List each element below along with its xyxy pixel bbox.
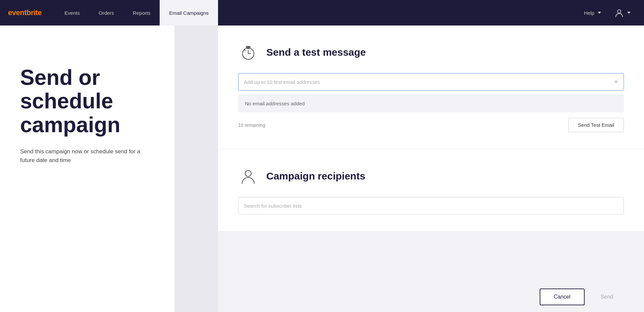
add-email-icon[interactable]: + [614,77,618,86]
right-content: Send a test message + No email addresses… [218,25,644,312]
nav-links: Events Orders Reports Email Campaigns [55,0,579,25]
recipients-icon [238,166,258,186]
remaining-text: 10 remaining [238,122,265,128]
logo[interactable]: eventbrite [8,8,42,17]
test-message-card: Send a test message + No email addresses… [218,25,644,149]
navbar-right: Help [579,5,636,20]
stopwatch-icon [238,42,258,62]
svg-line-4 [244,49,246,51]
cancel-button[interactable]: Cancel [540,289,585,305]
user-chevron-icon [627,12,631,14]
test-message-title: Send a test message [266,47,366,58]
recipients-card: Campaign recipients [218,149,644,231]
bottom-action-bar: Cancel Send [218,282,644,312]
logo-text: eventbrite [8,8,42,17]
left-panel-inner: Send or schedule campaign Send this camp… [20,66,154,164]
nav-orders[interactable]: Orders [89,0,123,25]
email-input[interactable] [244,79,614,85]
nav-reports[interactable]: Reports [123,0,160,25]
test-message-header: Send a test message [238,42,624,62]
main-layout: Send or schedule campaign Send this camp… [0,25,644,312]
user-icon [614,8,624,17]
help-chevron-icon [598,12,601,14]
no-emails-box: No email addresses added [238,95,624,112]
nav-email-campaigns[interactable]: Email Campaigns [160,0,218,25]
panel-description: Send this campaign now or schedule send … [20,147,154,164]
panel-title: Send or schedule campaign [20,66,154,137]
recipients-title: Campaign recipients [266,170,365,182]
svg-point-7 [245,170,251,176]
email-input-row[interactable]: + [238,73,624,91]
divider-column [174,25,218,312]
help-button[interactable]: Help [579,7,606,18]
help-label: Help [584,10,594,16]
left-panel: Send or schedule campaign Send this camp… [0,25,174,312]
send-test-email-button[interactable]: Send Test Email [568,118,624,132]
user-button[interactable] [609,5,636,20]
svg-point-0 [618,10,621,13]
recipients-header: Campaign recipients [238,166,624,186]
navbar: eventbrite Events Orders Reports Email C… [0,0,644,25]
nav-events[interactable]: Events [55,0,89,25]
send-button[interactable]: Send [590,289,624,305]
subscriber-search-input[interactable] [238,197,624,214]
no-emails-text: No email addresses added [245,101,305,106]
email-footer: 10 remaining Send Test Email [238,118,624,132]
